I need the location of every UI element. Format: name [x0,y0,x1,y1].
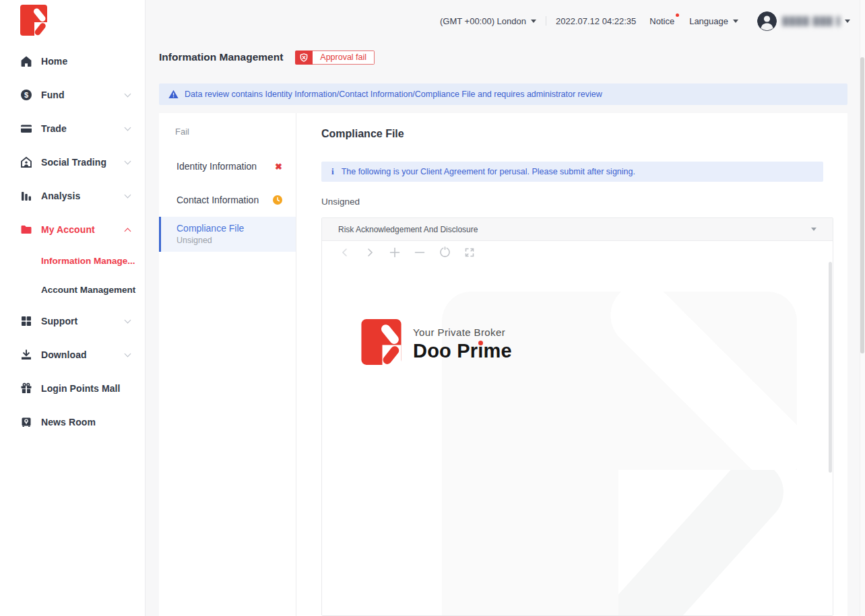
zoom-out-icon[interactable] [413,246,426,259]
home-icon [20,55,32,67]
watermark-backslash-shape [598,271,819,491]
compliance-file-panel: Compliance File i The following is your … [296,113,847,616]
watermark-corner-cutout [618,470,833,615]
fund-icon: $ [20,89,32,101]
sidebar-item-download[interactable]: Download [0,338,145,372]
approval-status-badge[interactable]: Approval fail [295,50,375,65]
subnav-group-label: Fail [159,121,296,141]
chevron-down-icon [531,20,536,23]
document-title: Risk Acknowledgement And Disclosure [338,225,806,234]
pdf-viewer: Risk Acknowledgement And Disclosure [321,217,833,616]
chevron-down-icon [125,158,131,165]
alert-text: Data review contains Identity Informatio… [185,90,602,99]
trade-icon [20,123,32,135]
chevron-down-icon [845,20,850,23]
user-name-masked: ████ ███ ██ [782,16,840,26]
news-room-icon [20,416,32,428]
doo-prime-mark-icon [360,319,403,368]
language-label: Language [689,16,728,26]
timezone-label: (GMT +00:00) London [440,16,526,26]
gift-icon [20,382,32,395]
sidebar-item-label: Analysis [41,191,125,201]
sidebar-item-label: Home [41,56,130,67]
chevron-down-icon [733,20,738,23]
chevron-down-icon [811,228,816,231]
sidebar-item-support[interactable]: Support [0,304,145,338]
reset-icon[interactable] [438,246,451,259]
sidebar-item-social-trading[interactable]: Social Trading [0,145,145,179]
unsigned-section-label: Unsigned [321,197,833,207]
agreement-info-banner: i The following is your Client Agreement… [321,162,823,182]
sidebar-item-login-points-mall[interactable]: Login Points Mall [0,372,145,405]
status-pending-clock-icon [273,195,282,205]
sidebar-item-label: Social Trading [41,157,125,168]
topbar-divider [546,16,546,26]
language-selector[interactable]: Language [689,16,738,26]
sidebar-item-analysis[interactable]: Analysis [0,179,145,213]
topbar: (GMT +00:00) London 2022.07.12 04:22:35 … [146,0,850,42]
shield-x-icon [295,50,313,65]
support-icon [20,315,32,327]
sidebar: Home $ Fund Trade Social Trading [0,0,146,616]
sidebar-item-label: Fund [41,90,125,100]
notice-label: Notice [649,16,674,26]
sidebar-item-label: News Room [41,417,130,427]
social-trading-icon [20,156,32,168]
subnav-item-contact-information[interactable]: Contact Information [159,183,296,217]
sidebar-item-my-account[interactable]: My Account [0,213,145,246]
status-fail-icon: ✖ [275,162,282,172]
sidebar-item-label: Login Points Mall [41,383,130,394]
main-content: Information Management Approval fail Dat… [159,48,847,616]
sidebar-item-news-room[interactable]: News Room [0,405,145,439]
document-page[interactable]: Your Private Broker Doo Prıme [322,263,833,615]
review-alert-banner: Data review contains Identity Informatio… [159,83,847,105]
info-icon: i [331,166,334,177]
sidebar-item-label: My Account [41,224,125,235]
zoom-in-icon[interactable] [388,246,402,259]
sidebar-subitem-account-management[interactable]: Account Management [0,275,145,304]
sidebar-item-trade[interactable]: Trade [0,112,145,145]
sidebar-subitem-label: Account Management [41,285,135,295]
sidebar-item-label: Support [41,316,125,327]
review-subnav: Fail Identity Information ✖ Contact Info… [159,113,296,616]
page-scrollbar-thumb[interactable] [860,57,864,353]
timezone-selector[interactable]: (GMT +00:00) London [440,16,536,26]
sidebar-item-label: Trade [41,123,125,134]
document-brand-block: Your Private Broker Doo Prıme [360,319,512,368]
page-title: Information Management [159,51,283,63]
sidebar-item-home[interactable]: Home [0,44,145,78]
avatar[interactable] [757,11,777,31]
notice-button[interactable]: Notice [649,16,674,26]
subnav-item-compliance-file[interactable]: Compliance File Unsigned [159,217,296,252]
watermark-slash-shape [618,470,796,615]
chevron-down-icon [125,125,131,131]
sidebar-item-label: Download [41,349,125,360]
page-next-icon[interactable] [363,246,377,259]
doo-prime-logo-icon[interactable] [20,5,47,38]
sidebar-nav: Home $ Fund Trade Social Trading [0,44,145,439]
chevron-down-icon [125,91,131,98]
chevron-down-icon [125,351,131,357]
viewer-scrollbar-thumb[interactable] [829,262,832,473]
chevron-up-icon [125,228,131,234]
sidebar-subitem-label: Information Manage... [41,256,135,266]
viewer-toolbar [322,241,833,263]
my-account-folder-icon [20,224,32,236]
download-icon [20,349,32,361]
page-scrollbar[interactable] [860,0,865,616]
info-text: The following is your Client Agreement f… [342,167,635,176]
document-select[interactable]: Risk Acknowledgement And Disclosure [322,218,833,241]
subnav-item-identity-information[interactable]: Identity Information ✖ [159,149,296,183]
sidebar-item-fund[interactable]: $ Fund [0,78,145,112]
sidebar-subitem-information-management[interactable]: Information Manage... [0,246,145,275]
panel-title: Compliance File [321,128,833,141]
fullscreen-icon[interactable] [463,246,476,259]
subnav-item-status: Unsigned [177,235,212,246]
warning-triangle-icon [168,90,179,99]
user-menu[interactable]: ████ ███ ██ [782,16,850,26]
notification-dot [676,13,679,17]
brand-tagline: Your Private Broker [413,327,512,338]
server-datetime: 2022.07.12 04:22:35 [556,16,636,26]
page-prev-icon[interactable] [338,246,352,259]
chevron-down-icon [125,317,131,324]
